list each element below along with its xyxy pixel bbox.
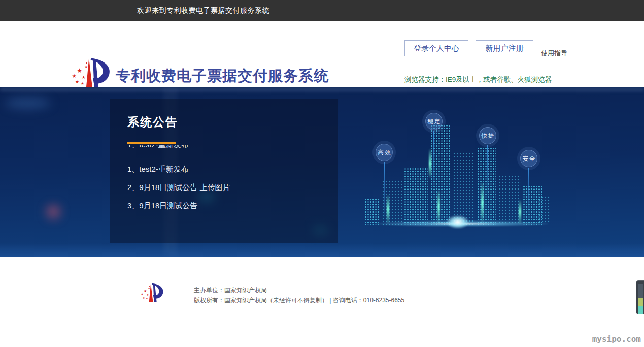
city-building bbox=[453, 152, 475, 225]
usage-guide-link[interactable]: 使用指导 bbox=[541, 49, 567, 58]
accent-divider bbox=[127, 142, 176, 144]
watermark-text: mysipo.com bbox=[592, 334, 641, 344]
new-user-register-button[interactable]: 新用户注册 bbox=[476, 40, 533, 56]
footer-text-block: 主办单位：国家知识产权局 版权所有：国家知识产权局（未经许可不得复制） | 咨询… bbox=[194, 285, 404, 305]
city-light-column bbox=[481, 181, 484, 225]
feature-badge-label: 安全 bbox=[523, 155, 536, 163]
badge-connector-line bbox=[528, 168, 529, 211]
footer-organizer: 主办单位：国家知识产权局 bbox=[194, 285, 404, 295]
announcement-item[interactable]: 1、test2-重新发布 bbox=[127, 163, 330, 175]
site-title: 专利收费电子票据交付服务系统 bbox=[116, 66, 329, 86]
city-building bbox=[477, 147, 496, 225]
system-announcement-panel: 系统公告 1、test2-重新发布 1、test2-重新发布 2、9月18日测试… bbox=[110, 99, 338, 243]
patent-office-logo-icon bbox=[71, 57, 112, 90]
city-building bbox=[498, 175, 521, 225]
page: 欢迎来到专利收费电子票据交付服务系统 专利收费电子票据交付服务系统 登录个人中心… bbox=[0, 0, 644, 347]
announcement-marquee-clipped-item: 1、test2-重新发布 bbox=[127, 145, 325, 150]
announcement-item[interactable]: 3、9月18日测试公告 bbox=[127, 199, 330, 212]
city-light-column bbox=[387, 194, 389, 225]
badge-connector-line bbox=[487, 145, 488, 196]
city-light-column bbox=[437, 189, 440, 225]
top-welcome-bar: 欢迎来到专利收费电子票据交付服务系统 bbox=[0, 0, 644, 21]
announcement-list: 1、test2-重新发布 2、9月18日测试公告 上传图片 3、9月18日测试公… bbox=[127, 163, 330, 217]
city-light-column bbox=[429, 148, 431, 179]
hero-banner: 高效 稳定 快捷 安全 系统公告 1、test2-重新发布 1、test2-重新… bbox=[0, 87, 644, 257]
welcome-text: 欢迎来到专利收费电子票据交付服务系统 bbox=[137, 0, 269, 21]
feature-badge-label: 快捷 bbox=[482, 132, 495, 140]
badge-connector-line bbox=[384, 162, 385, 217]
browser-support-note: 浏览器支持：IE9及以上，或者谷歌、火狐浏览器 bbox=[404, 75, 552, 84]
announcement-clipped-text: 1、test2-重新发布 bbox=[127, 145, 325, 150]
city-building bbox=[538, 196, 550, 224]
announcement-title: 系统公告 bbox=[127, 114, 178, 130]
feature-badge-stable: 稳定 bbox=[425, 113, 443, 130]
feature-badge-efficient: 高效 bbox=[376, 144, 393, 161]
city-building bbox=[382, 180, 402, 225]
login-personal-center-button[interactable]: 登录个人中心 bbox=[404, 40, 468, 56]
feature-badge-secure: 安全 bbox=[520, 150, 537, 167]
volume-level-bars bbox=[638, 284, 643, 314]
feature-badge-fast: 快捷 bbox=[479, 127, 496, 144]
background-red-glow bbox=[47, 205, 60, 218]
volume-indicator bbox=[636, 280, 644, 314]
footer-copyright: 版权所有：国家知识产权局（未经许可不得复制） | 咨询电话：010-6235-6… bbox=[194, 295, 404, 305]
site-header: 专利收费电子票据交付服务系统 登录个人中心 新用户注册 使用指导 浏览器支持：I… bbox=[0, 21, 644, 87]
feature-badge-label: 高效 bbox=[378, 149, 392, 156]
badge-connector-line bbox=[433, 131, 434, 187]
patent-office-logo-icon bbox=[140, 280, 164, 305]
site-footer: 主办单位：国家知识产权局 版权所有：国家知识产权局（未经许可不得复制） | 咨询… bbox=[0, 257, 644, 347]
announcement-item[interactable]: 2、9月18日测试公告 上传图片 bbox=[127, 181, 330, 194]
city-base-burst bbox=[447, 215, 469, 229]
background-glow bbox=[5, 98, 51, 109]
city-building bbox=[404, 168, 428, 225]
feature-badge-label: 稳定 bbox=[428, 118, 442, 125]
